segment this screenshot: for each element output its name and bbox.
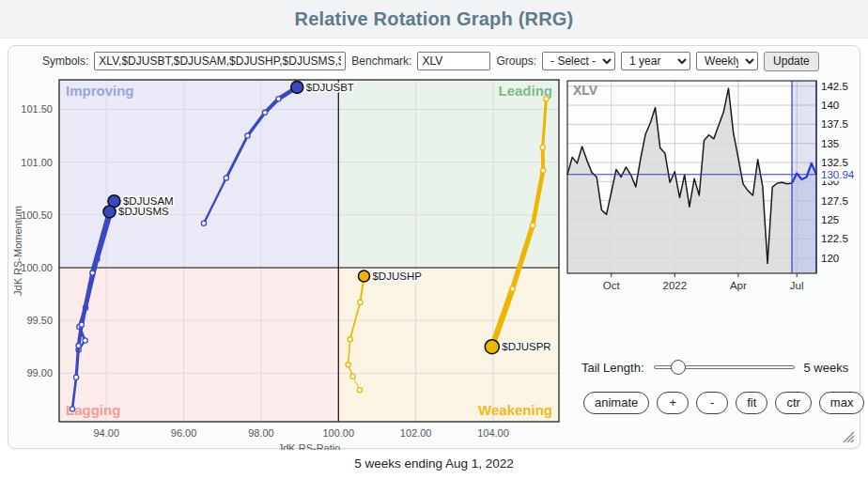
svg-text:94.00: 94.00	[93, 427, 119, 439]
mini-chart-symbol-label: XLV	[573, 83, 598, 98]
svg-text:137.5: 137.5	[821, 118, 848, 130]
svg-text:127.5: 127.5	[821, 195, 848, 207]
animate-button[interactable]: animate	[583, 392, 649, 414]
symbols-input[interactable]	[94, 52, 346, 70]
svg-text:125: 125	[821, 214, 839, 225]
rrg-panel: Symbols: Benchmark: Groups: - Select - 1…	[8, 45, 860, 449]
update-button[interactable]: Update	[764, 52, 819, 71]
quadrant-label-leading: Leading	[498, 83, 552, 99]
date-caption: 5 weeks ending Aug 1, 2022	[0, 456, 868, 471]
svg-text:2022: 2022	[663, 280, 688, 291]
symbol-label-$DJUSBT: $DJUSBT	[306, 82, 354, 93]
head-marker-$DJUSHP	[358, 270, 369, 282]
svg-text:102.00: 102.00	[400, 427, 432, 439]
svg-text:Apr: Apr	[730, 280, 747, 291]
svg-text:132.5: 132.5	[821, 157, 848, 168]
groups-select[interactable]: - Select -	[542, 52, 615, 70]
head-marker-$DJUSBT	[291, 81, 303, 93]
rrg-x-axis-title: JdK RS-Ratio	[278, 442, 341, 450]
max-button[interactable]: max	[819, 392, 865, 414]
svg-text:120: 120	[821, 253, 839, 264]
svg-text:Jul: Jul	[790, 280, 804, 291]
symbol-label-$DJUSHP: $DJUSHP	[372, 270, 422, 282]
benchmark-input[interactable]	[417, 52, 490, 70]
period-select[interactable]: 1 year	[621, 52, 690, 70]
zoom-in-button[interactable]: +	[657, 392, 689, 414]
benchmark-label: Benchmark:	[351, 54, 411, 68]
svg-text:99.00: 99.00	[26, 367, 53, 379]
svg-text:142.5: 142.5	[821, 81, 848, 92]
chart-buttons: animate + - fit ctr max	[583, 392, 864, 414]
fit-button[interactable]: fit	[736, 392, 767, 414]
quadrant-label-improving: Improving	[66, 83, 134, 99]
quadrant-lagging	[59, 268, 338, 422]
slider-knob[interactable]	[671, 360, 686, 375]
head-marker-$DJUSMS	[103, 206, 116, 218]
quadrant-label-weakening: Weakening	[478, 402, 552, 418]
svg-text:98.00: 98.00	[248, 427, 274, 439]
groups-label: Groups:	[496, 54, 536, 68]
symbol-label-$DJUSMS: $DJUSMS	[118, 206, 169, 217]
tail-length-label: Tail Length:	[581, 361, 644, 375]
tail-length-row: Tail Length: 5 weeks	[581, 360, 848, 375]
zoom-out-button[interactable]: -	[696, 392, 728, 414]
ctr-button[interactable]: ctr	[775, 392, 811, 414]
symbol-label-$DJUSPR: $DJUSPR	[502, 341, 550, 352]
benchmark-mini-chart[interactable]: 120122.5125127.5130132.5135137.5140142.5…	[565, 74, 858, 304]
svg-text:100.00: 100.00	[322, 427, 354, 439]
svg-text:96.00: 96.00	[171, 427, 197, 439]
svg-text:104.00: 104.00	[477, 427, 509, 439]
last-price-label: 130.94	[821, 169, 855, 180]
tail-length-slider[interactable]	[654, 360, 795, 375]
svg-text:Oct: Oct	[603, 280, 621, 291]
frequency-select[interactable]: Weekly	[696, 52, 758, 70]
svg-text:100.50: 100.50	[21, 209, 53, 221]
svg-text:99.50: 99.50	[26, 315, 53, 326]
svg-text:140: 140	[821, 100, 839, 111]
rrg-app: Relative Rotation Graph (RRG) Symbols: B…	[0, 0, 868, 479]
symbol-label-$DJUSAM: $DJUSAM	[123, 195, 174, 207]
head-marker-$DJUSPR	[485, 340, 499, 354]
symbols-label: Symbols:	[42, 54, 88, 68]
svg-text:101.00: 101.00	[21, 157, 53, 168]
svg-text:135: 135	[821, 138, 839, 149]
title-bar: Relative Rotation Graph (RRG)	[0, 0, 868, 39]
svg-text:100.00: 100.00	[21, 262, 53, 273]
rrg-y-axis-title: JdK RS-Momentum	[12, 206, 23, 296]
resize-handle-icon[interactable]	[840, 428, 855, 443]
rrg-chart[interactable]: ImprovingLeadingLaggingWeakening94.0096.…	[8, 72, 572, 450]
tail-length-value: 5 weeks	[804, 361, 849, 375]
controls-row: Symbols: Benchmark: Groups: - Select - 1…	[42, 51, 819, 71]
page-title: Relative Rotation Graph (RRG)	[295, 8, 574, 30]
svg-text:101.50: 101.50	[21, 103, 53, 115]
svg-text:122.5: 122.5	[821, 233, 848, 244]
